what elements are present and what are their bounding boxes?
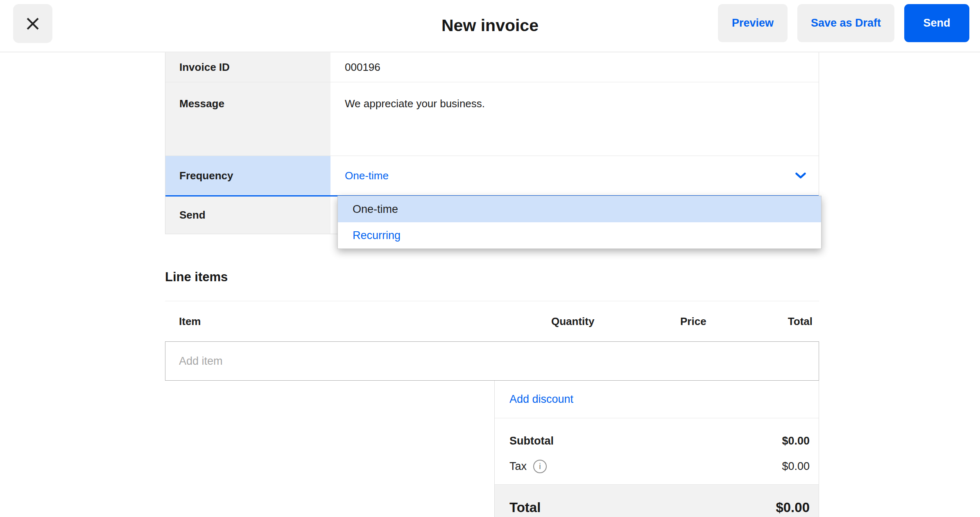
form-row-message: Message We appreciate your business. [165,82,819,156]
subtotal-label: Subtotal [509,435,554,447]
column-header-total: Total [788,315,813,328]
form-row-invoice-id: Invoice ID 000196 [165,52,819,82]
invoice-id-label: Invoice ID [165,52,330,82]
form-row-frequency[interactable]: Frequency One-time [165,156,819,196]
frequency-value[interactable]: One-time [330,156,819,195]
frequency-dropdown-menu: One-time Recurring [337,196,822,249]
total-value: $0.00 [776,500,810,515]
column-header-price: Price [680,315,706,328]
invoice-summary-panel: Add discount Subtotal $0.00 Tax i $0.00 … [494,381,819,517]
column-header-quantity: Quantity [551,315,594,328]
subtotal-tax-block: Subtotal $0.00 Tax i $0.00 [495,418,819,484]
add-item-input[interactable] [165,342,819,380]
preview-button[interactable]: Preview [718,4,788,42]
add-discount-link[interactable]: Add discount [509,393,573,406]
send-button[interactable]: Send [904,4,969,42]
line-items-column-headers: Item Quantity Price Total [165,301,819,341]
total-row: Total $0.00 [495,484,819,517]
tax-row: Tax i $0.00 [509,458,810,474]
add-discount-row: Add discount [495,381,819,418]
total-label: Total [509,500,541,515]
frequency-label: Frequency [165,156,330,195]
top-bar: New invoice Preview Save as Draft Send [0,0,980,52]
subtotal-row: Subtotal $0.00 [509,433,810,449]
dropdown-option-one-time[interactable]: One-time [338,196,821,222]
chevron-down-icon[interactable] [795,172,806,179]
message-value[interactable]: We appreciate your business. [330,82,819,156]
header-actions: Preview Save as Draft Send [718,4,969,42]
add-item-row [165,341,819,381]
send-label: Send [165,196,330,234]
tax-value: $0.00 [782,460,810,473]
invoice-id-value[interactable]: 000196 [330,52,819,82]
dropdown-option-recurring[interactable]: Recurring [338,222,821,248]
tax-label: Tax [509,460,527,473]
save-as-draft-button[interactable]: Save as Draft [797,4,894,42]
subtotal-value: $0.00 [782,435,810,447]
info-icon[interactable]: i [533,460,547,473]
column-header-item: Item [179,315,201,328]
message-label: Message [165,82,330,156]
frequency-selected-value: One-time [345,169,389,182]
line-items-heading: Line items [165,270,228,284]
